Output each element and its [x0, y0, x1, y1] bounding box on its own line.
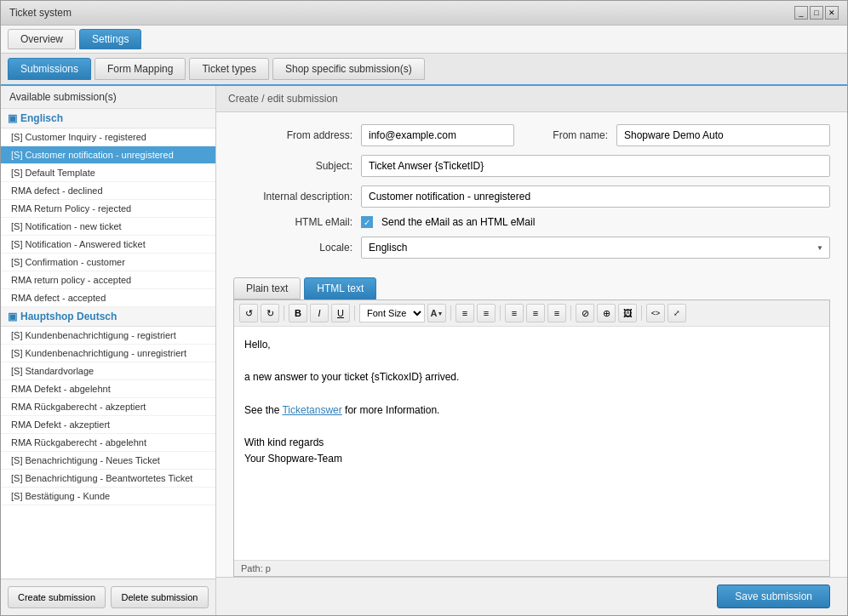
editor-toolbar: ↺ ↻ B I U Font Size A▼ ≡ ≡ ≡ ≡ — [234, 300, 829, 327]
group-collapse-icon: ▣ — [8, 311, 17, 322]
list-item[interactable]: RMA return policy - accepted — [1, 271, 215, 289]
subtab-form-mapping[interactable]: Form Mapping — [95, 58, 186, 80]
font-color-dropdown[interactable]: A▼ — [427, 304, 446, 322]
editor-container: ↺ ↻ B I U Font Size A▼ ≡ ≡ ≡ ≡ — [233, 299, 830, 577]
ticketanswer-link[interactable]: Ticketanswer — [282, 404, 341, 416]
group-collapse-icon: ▣ — [8, 112, 17, 124]
subtab-ticket-types[interactable]: Ticket types — [189, 58, 269, 80]
html-email-text: Send the eMail as an HTML eMail — [381, 216, 535, 228]
underline-button[interactable]: U — [331, 304, 350, 322]
expand-button[interactable]: ⤢ — [668, 304, 686, 322]
subject-label: Subject: — [233, 160, 352, 172]
toolbar-separator — [570, 305, 571, 321]
html-email-row: HTML eMail: Send the eMail as an HTML eM… — [233, 216, 830, 228]
list-item[interactable]: [S] Confirmation - customer — [1, 254, 215, 271]
locale-row: Locale: Englisch — [233, 237, 830, 259]
list-item[interactable]: [S] Benachrichtigung - Beantwortetes Tic… — [1, 470, 215, 488]
list-item[interactable]: [S] Notification - Answered ticket — [1, 236, 215, 254]
editor-body[interactable]: Hello, a new answer to your ticket {sTic… — [234, 327, 829, 560]
subtab-shop-specific[interactable]: Shop specific submission(s) — [272, 58, 425, 80]
close-button[interactable]: ✕ — [825, 6, 839, 20]
sidebar-footer: Create submission Delete submission — [1, 579, 215, 615]
bullets-button[interactable]: ≡ — [456, 304, 474, 322]
tab-overview[interactable]: Overview — [8, 29, 76, 49]
sidebar-header: Available submission(s) — [1, 86, 215, 109]
toolbar-separator — [354, 305, 355, 321]
main-content: Available submission(s) ▣ Englisch [S] C… — [1, 86, 847, 615]
list-item[interactable]: RMA Defekt - akzeptiert — [1, 416, 215, 434]
main-window: Ticket system _ □ ✕ Overview Settings Su… — [0, 0, 848, 616]
group-englisch: ▣ Englisch — [1, 109, 215, 128]
save-submission-button[interactable]: Save submission — [717, 585, 830, 608]
list-item[interactable]: RMA Return Policy - rejected — [1, 200, 215, 218]
list-item[interactable]: [S] Default Template — [1, 164, 215, 182]
list-item[interactable]: RMA Defekt - abgelehnt — [1, 380, 215, 398]
list-item[interactable]: [S] Customer notification - unregistered — [1, 146, 215, 164]
toolbar-separator — [500, 305, 501, 321]
menu-bar: Overview Settings — [1, 26, 847, 54]
editor-tabs: Plain text HTML text — [233, 277, 830, 299]
subject-row: Subject: — [233, 155, 830, 177]
list-item[interactable]: [S] Bestätigung - Kunde — [1, 488, 215, 505]
list-item[interactable]: [S] Standardvorlage — [1, 362, 215, 380]
list-item[interactable]: RMA Rückgaberecht - abgelehnt — [1, 434, 215, 452]
from-name-label: From name: — [523, 129, 608, 141]
list-item[interactable]: RMA defect - declined — [1, 182, 215, 200]
toolbar-separator — [450, 305, 451, 321]
from-name-input[interactable] — [616, 124, 830, 146]
title-bar: Ticket system _ □ ✕ — [1, 1, 847, 26]
toolbar-separator — [284, 305, 284, 321]
window-controls: _ □ ✕ — [794, 6, 839, 20]
html-email-label: HTML eMail: — [233, 216, 352, 228]
content-header: Create / edit submission — [216, 86, 847, 112]
image-button[interactable]: 🖼 — [618, 304, 637, 322]
editor-status: Path: p — [234, 560, 829, 576]
list-item[interactable]: [S] Kundenbenachrichtigung - registriert — [1, 327, 215, 345]
minimize-button[interactable]: _ — [794, 6, 808, 20]
content-footer: Save submission — [216, 577, 847, 615]
bold-button[interactable]: B — [289, 304, 307, 322]
list-item[interactable]: [S] Benachrichtigung - Neues Ticket — [1, 452, 215, 470]
list-item[interactable]: RMA Rückgaberecht - akzeptiert — [1, 398, 215, 416]
locale-select[interactable]: Englisch — [361, 237, 830, 259]
locale-select-wrapper: Englisch — [361, 237, 830, 259]
internal-desc-label: Internal description: — [233, 191, 352, 202]
tab-html-text[interactable]: HTML text — [304, 277, 376, 299]
toolbar-separator — [641, 305, 642, 321]
form-area: From address: From name: Subject: Intern… — [216, 112, 847, 271]
font-size-select[interactable]: Font Size — [359, 304, 425, 322]
delete-submission-button[interactable]: Delete submission — [111, 586, 209, 608]
internal-desc-row: Internal description: — [233, 185, 830, 208]
tab-plain-text[interactable]: Plain text — [233, 277, 301, 299]
list-item[interactable]: [S] Notification - new ticket — [1, 218, 215, 236]
tab-settings[interactable]: Settings — [79, 29, 141, 49]
align-center-button[interactable]: ≡ — [526, 304, 545, 322]
from-row: From address: From name: — [233, 124, 830, 146]
html-email-checkbox[interactable] — [361, 216, 373, 228]
list-item[interactable]: RMA defect - accepted — [1, 289, 215, 307]
maximize-button[interactable]: □ — [810, 6, 823, 20]
from-address-input[interactable] — [361, 124, 514, 146]
content-panel: Create / edit submission From address: F… — [216, 86, 847, 615]
source-button[interactable]: <> — [646, 304, 665, 322]
sidebar: Available submission(s) ▣ Englisch [S] C… — [1, 86, 216, 615]
subject-input[interactable] — [361, 155, 830, 177]
list-item[interactable]: [S] Kundenbenachrichtigung - unregistrie… — [1, 345, 215, 362]
subtab-submissions[interactable]: Submissions — [8, 58, 91, 80]
redo-button[interactable]: ↻ — [261, 304, 279, 322]
from-address-label: From address: — [233, 129, 352, 141]
sub-tabs: Submissions Form Mapping Ticket types Sh… — [1, 54, 847, 86]
locale-label: Locale: — [233, 242, 352, 254]
align-left-button[interactable]: ≡ — [505, 304, 524, 322]
window-title: Ticket system — [9, 7, 72, 19]
link-button[interactable]: ⊕ — [597, 304, 616, 322]
align-right-button[interactable]: ≡ — [547, 304, 566, 322]
unlink-button[interactable]: ⊘ — [576, 304, 594, 322]
create-submission-button[interactable]: Create submission — [8, 586, 106, 608]
internal-desc-input[interactable] — [361, 185, 830, 208]
undo-button[interactable]: ↺ — [239, 304, 258, 322]
list-item[interactable]: [S] Customer Inquiry - registered — [1, 128, 215, 146]
numbered-button[interactable]: ≡ — [477, 304, 496, 322]
group-hauptshop: ▣ Hauptshop Deutsch — [1, 307, 215, 327]
italic-button[interactable]: I — [310, 304, 329, 322]
